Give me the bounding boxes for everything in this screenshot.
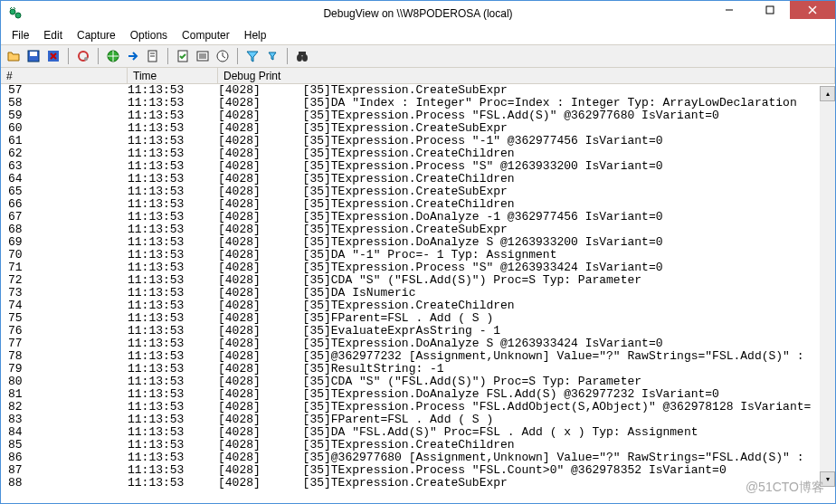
funnel-icon[interactable] [243,47,261,65]
close-button[interactable] [790,1,835,19]
row-number: 82 [1,401,128,414]
globe-icon[interactable] [104,47,122,65]
svg-line-2 [10,7,12,9]
log-row[interactable]: 6311:13:53[4028] [35]TExpression.Process… [1,160,835,173]
log-row[interactable]: 5711:13:53[4028] [35]TExpression.CreateS… [1,84,835,97]
log-row[interactable]: 6811:13:53[4028] [35]TExpression.CreateS… [1,223,835,236]
row-time: 11:13:53 [128,135,218,147]
row-time: 11:13:53 [128,439,218,452]
row-message: [4028] [35]DA IsNumeric [218,287,835,300]
log-row[interactable]: 7511:13:53[4028] [35]FParent=FSL . Add (… [1,312,835,325]
row-number: 83 [1,414,128,426]
log-row[interactable]: 6611:13:53[4028] [35]TExpression.CreateC… [1,198,835,211]
log-row[interactable]: 7011:13:53[4028] [35]DA "-1" Proc=- 1 Ty… [1,249,835,262]
log-row[interactable]: 7811:13:53[4028] [35]@362977232 [Assignm… [1,350,835,363]
row-number: 79 [1,363,128,376]
menubar: File Edit Capture Options Computer Help [1,26,835,44]
log-row[interactable]: 8011:13:53[4028] [35]CDA "S" ("FSL.Add(S… [1,376,835,388]
log-row[interactable]: 6911:13:53[4028] [35]TExpression.DoAnaly… [1,236,835,249]
log-row[interactable]: 8511:13:53[4028] [35]TExpression.CreateC… [1,439,835,452]
scroll-track[interactable] [820,101,835,471]
menu-computer[interactable]: Computer [175,27,237,43]
toolbar-separator [98,48,99,64]
log-row[interactable]: 7611:13:53[4028] [35]EvaluateExprAsStrin… [1,325,835,338]
toolbar-separator [237,48,238,64]
row-message: [4028] [35]TExpression.DoAnalyze FSL.Add… [218,388,835,401]
open-icon[interactable] [5,47,23,65]
log-row[interactable]: 8711:13:53[4028] [35]TExpression.Process… [1,464,835,477]
menu-file[interactable]: File [5,27,36,43]
log-row[interactable]: 6711:13:53[4028] [35]TExpression.DoAnaly… [1,211,835,223]
row-message: [4028] [35]ResultString: -1 [218,363,835,376]
list-icon[interactable] [194,47,212,65]
log-row[interactable]: 7311:13:53[4028] [35]DA IsNumeric [1,287,835,300]
titlebar: DebugView on \\W8PODEROSA (local) [1,1,835,26]
menu-options[interactable]: Options [123,27,175,43]
row-number: 76 [1,325,128,338]
log-row[interactable]: 8211:13:53[4028] [35]TExpression.Process… [1,401,835,414]
save-x-icon[interactable] [44,47,62,65]
menu-edit[interactable]: Edit [36,27,70,43]
column-headers: # Time Debug Print [1,68,835,84]
row-message: [4028] [35]TExpression.CreateChildren [218,147,835,160]
row-message: [4028] [35]TExpression.CreateSubExpr [218,223,835,236]
clock-icon[interactable] [214,47,232,65]
menu-help[interactable]: Help [237,27,274,43]
row-message: [4028] [35]TExpression.Process "FSL.Add(… [218,109,835,122]
capture-icon[interactable] [74,47,92,65]
row-time: 11:13:53 [128,312,218,325]
log-list[interactable]: 5711:13:53[4028] [35]TExpression.CreateS… [1,84,835,490]
row-number: 66 [1,198,128,211]
log-row[interactable]: 5811:13:53[4028] [35]DA "Index : Integer… [1,97,835,109]
row-number: 77 [1,338,128,350]
log-row[interactable]: 5911:13:53[4028] [35]TExpression.Process… [1,109,835,122]
row-message: [4028] [35]TExpression.DoAnalyze -1 @362… [218,211,835,223]
funnel-small-icon[interactable] [263,47,281,65]
log-row[interactable]: 6211:13:53[4028] [35]TExpression.CreateC… [1,147,835,160]
vertical-scrollbar[interactable]: ▴ ▾ [820,86,835,487]
row-time: 11:13:53 [128,109,218,122]
log-row[interactable]: 6111:13:53[4028] [35]TExpression.Process… [1,135,835,147]
log-row[interactable]: 6411:13:53[4028] [35]TExpression.CreateC… [1,173,835,185]
log-row[interactable]: 6011:13:53[4028] [35]TExpression.CreateS… [1,122,835,135]
column-header-num[interactable]: # [1,68,128,83]
row-message: [4028] [35]TExpression.CreateSubExpr [218,477,835,490]
log-row[interactable]: 7911:13:53[4028] [35]ResultString: -1 [1,363,835,376]
toolbar-separator [68,48,69,64]
scroll-up-icon[interactable]: ▴ [820,86,835,101]
log-row[interactable]: 7411:13:53[4028] [35]TExpression.CreateC… [1,300,835,312]
log-row[interactable]: 8311:13:53[4028] [35]FParent=FSL . Add (… [1,414,835,426]
log-row[interactable]: 7711:13:53[4028] [35]TExpression.DoAnaly… [1,338,835,350]
row-message: [4028] [35]TExpression.CreateChildren [218,173,835,185]
row-time: 11:13:53 [128,376,218,388]
check-doc-icon[interactable] [174,47,192,65]
row-time: 11:13:53 [128,173,218,185]
window-title: DebugView on \\W8PODEROSA (local) [323,7,512,20]
log-row[interactable]: 8411:13:53[4028] [35]DA "FSL.Add(S)" Pro… [1,426,835,439]
row-message: [4028] [35]CDA "S" ("FSL.Add(S)") Proc=S… [218,376,835,388]
row-number: 84 [1,426,128,439]
row-time: 11:13:53 [128,160,218,173]
log-row[interactable]: 8111:13:53[4028] [35]TExpression.DoAnaly… [1,388,835,401]
save-icon[interactable] [24,47,43,65]
log-row[interactable]: 7111:13:53[4028] [35]TExpression.Process… [1,262,835,274]
minimize-button[interactable] [708,1,749,19]
row-number: 69 [1,236,128,249]
menu-capture[interactable]: Capture [70,27,123,43]
row-message: [4028] [35]TExpression.Process "S" @1263… [218,262,835,274]
note-icon[interactable] [144,47,162,65]
row-time: 11:13:53 [128,262,218,274]
log-row[interactable]: 6511:13:53[4028] [35]TExpression.CreateS… [1,185,835,198]
arrow-right-icon[interactable] [124,47,142,65]
column-header-print[interactable]: Debug Print [218,68,835,83]
log-row[interactable]: 7211:13:53[4028] [35]CDA "S" ("FSL.Add(S… [1,274,835,287]
row-time: 11:13:53 [128,350,218,363]
row-time: 11:13:53 [128,325,218,338]
log-row[interactable]: 8811:13:53[4028] [35]TExpression.CreateS… [1,477,835,490]
row-time: 11:13:53 [128,414,218,426]
log-row[interactable]: 8611:13:53[4028] [35]@362977680 [Assignm… [1,452,835,464]
maximize-button[interactable] [749,1,790,19]
column-header-time[interactable]: Time [128,68,218,83]
binoculars-icon[interactable] [293,47,311,65]
svg-rect-9 [30,52,37,56]
